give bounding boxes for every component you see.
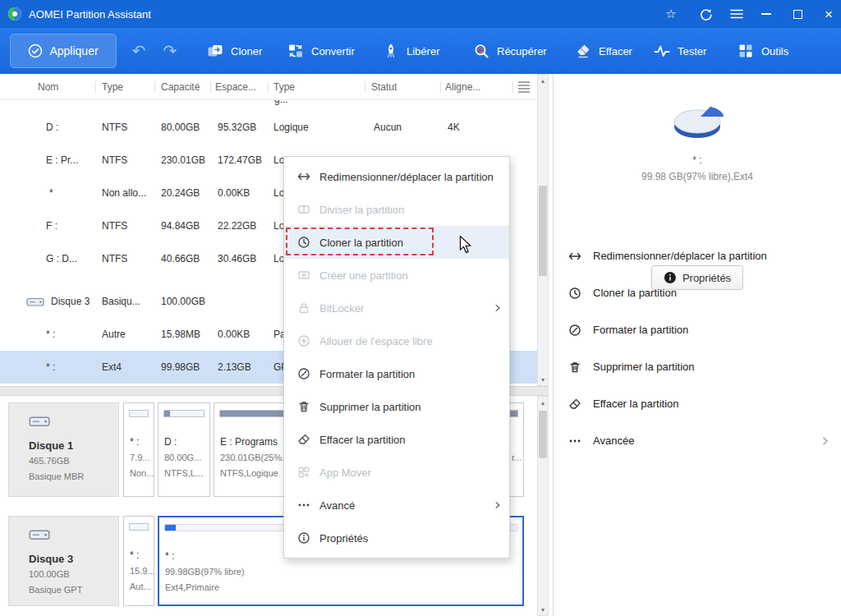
context-menu: Redimensionner/déplacer la partition Div… bbox=[283, 156, 510, 559]
column-menu-icon[interactable] bbox=[517, 80, 531, 94]
maximize-button[interactable] bbox=[784, 0, 811, 28]
diskmap-scrollbar[interactable]: ▲ ▼ bbox=[537, 396, 549, 616]
usage-bar bbox=[129, 523, 149, 531]
partition-block[interactable]: D : 80.00G... NTFS,L... bbox=[158, 402, 210, 497]
more-dots-icon bbox=[297, 499, 310, 512]
menu-item-proprietes[interactable]: Propriétés bbox=[284, 522, 509, 554]
scroll-up-icon[interactable]: ▲ bbox=[538, 397, 548, 408]
right-panel: * : 99.98 GB(97% libre),Ext4 Propriétés … bbox=[553, 74, 841, 616]
diskmap-scrollbar-thumb[interactable] bbox=[539, 411, 547, 458]
check-circle-icon bbox=[28, 44, 43, 58]
col-statut[interactable]: Statut bbox=[371, 74, 397, 100]
toolbar-clone-button[interactable]: Cloner bbox=[207, 28, 262, 74]
menu-item-avance[interactable]: Avancé bbox=[284, 489, 509, 522]
usage-bar bbox=[129, 410, 149, 417]
submenu-arrow-icon bbox=[493, 500, 503, 510]
app-logo-icon bbox=[7, 7, 22, 21]
test-icon bbox=[654, 43, 670, 59]
window-title: AOMEI Partition Assistant bbox=[29, 8, 151, 21]
app-grid-icon bbox=[297, 466, 310, 479]
table-row[interactable]: D : NTFS 80.00GB 95.32GB Logique Aucun 4… bbox=[0, 111, 537, 144]
allocate-icon bbox=[297, 334, 310, 347]
disk-icon bbox=[29, 526, 50, 543]
main-menu-icon[interactable] bbox=[723, 0, 751, 28]
panel-action-delete[interactable]: Supprimer la partition bbox=[554, 348, 841, 385]
menu-item-supprimer[interactable]: Supprimer la partition bbox=[284, 390, 509, 423]
format-icon bbox=[568, 324, 581, 337]
menu-item-diviser[interactable]: Diviser la partition bbox=[284, 193, 509, 226]
panel-action-format[interactable]: Formater la partition bbox=[554, 311, 841, 348]
disk-icon bbox=[26, 295, 44, 309]
free-up-icon bbox=[383, 43, 399, 59]
col-type[interactable]: Type bbox=[102, 74, 123, 100]
partition-table-header: Nom Type Capacité Espace... Type Statut … bbox=[0, 74, 537, 100]
redo-button[interactable]: ↷ bbox=[156, 28, 184, 74]
col-capacite[interactable]: Capacité bbox=[161, 74, 200, 100]
toolbar-free-up-button[interactable]: Libérer bbox=[383, 28, 439, 74]
info-icon bbox=[297, 531, 310, 545]
titlebar: AOMEI Partition Assistant ☆ × bbox=[0, 0, 841, 28]
apply-label: Appliquer bbox=[49, 44, 98, 57]
eraser-icon bbox=[568, 398, 581, 411]
more-dots-icon bbox=[568, 434, 581, 448]
resize-icon bbox=[568, 250, 581, 263]
partial-row: g... bbox=[0, 100, 537, 111]
menu-item-bitlocker[interactable]: BitLocker bbox=[284, 292, 509, 324]
toolbar-convert-button[interactable]: Convertir bbox=[287, 28, 355, 74]
trash-icon bbox=[297, 400, 310, 413]
apply-button[interactable]: Appliquer bbox=[10, 34, 117, 68]
recover-icon bbox=[473, 43, 489, 59]
menu-item-formater[interactable]: Formater la partition bbox=[284, 357, 509, 390]
disk-info-block[interactable]: Disque 3 100.00GB Basique GPT bbox=[8, 516, 119, 606]
close-button[interactable]: × bbox=[815, 0, 841, 28]
menu-item-cloner[interactable]: Cloner la partition bbox=[284, 226, 509, 259]
undo-button[interactable]: ↶ bbox=[125, 28, 153, 74]
table-scrollbar-thumb[interactable] bbox=[539, 186, 547, 276]
convert-icon bbox=[287, 43, 304, 59]
disk-info-block[interactable]: Disque 1 465.76GB Basique MBR bbox=[8, 402, 119, 497]
col-nom[interactable]: Nom bbox=[38, 74, 58, 100]
menu-item-allouer[interactable]: Allouer de l'espace libre bbox=[284, 324, 509, 357]
format-icon bbox=[297, 367, 310, 380]
menu-item-effacer[interactable]: Effacer la partition bbox=[284, 423, 509, 456]
menu-item-creer[interactable]: Créer une partition bbox=[284, 259, 509, 292]
toolbar-wipe-button[interactable]: Effacer bbox=[575, 28, 632, 74]
split-icon bbox=[297, 203, 310, 216]
clone-icon bbox=[568, 287, 581, 300]
toolbar-test-button[interactable]: Tester bbox=[654, 28, 706, 74]
resize-icon bbox=[297, 170, 310, 183]
menu-item-redimensionner[interactable]: Redimensionner/déplacer la partition bbox=[284, 160, 509, 193]
trash-icon bbox=[568, 361, 581, 374]
tools-icon bbox=[738, 43, 754, 59]
favorite-star-icon[interactable]: ☆ bbox=[657, 0, 685, 28]
usage-bar bbox=[163, 410, 205, 417]
panel-action-clone[interactable]: Cloner la partition bbox=[554, 274, 841, 311]
partition-block[interactable]: * : 15.9... Aut... bbox=[123, 516, 154, 606]
panel-action-advanced[interactable]: Avancée bbox=[554, 422, 841, 459]
menu-item-appmover[interactable]: App Mover bbox=[284, 456, 509, 489]
chevron-right-icon bbox=[820, 435, 831, 447]
selected-partition-info: 99.98 GB(97% libre),Ext4 bbox=[554, 171, 841, 182]
clone-icon bbox=[297, 236, 310, 249]
col-type2[interactable]: Type bbox=[273, 74, 295, 100]
panel-action-wipe[interactable]: Effacer la partition bbox=[554, 385, 841, 422]
minimize-button[interactable] bbox=[752, 0, 780, 28]
wipe-icon bbox=[575, 43, 591, 59]
toolbar-recover-button[interactable]: Récupérer bbox=[473, 28, 547, 74]
lock-icon bbox=[297, 301, 310, 315]
toolbar-tools-button[interactable]: Outils bbox=[738, 28, 788, 74]
col-espace[interactable]: Espace... bbox=[215, 74, 256, 100]
scroll-down-icon[interactable]: ▼ bbox=[538, 374, 548, 385]
selected-partition-name: * : bbox=[554, 154, 841, 166]
col-alignement[interactable]: Aligne... bbox=[445, 74, 480, 100]
create-partition-icon bbox=[297, 269, 310, 282]
toolbar: Appliquer ↶ ↷ Cloner Convertir Libérer R… bbox=[0, 28, 841, 74]
submenu-arrow-icon bbox=[493, 303, 503, 313]
partition-block[interactable]: * : 7.9... Non... bbox=[123, 402, 154, 497]
mouse-cursor bbox=[459, 236, 472, 256]
panel-action-resize[interactable]: Redimensionner/déplacer la partition bbox=[554, 237, 841, 274]
scroll-up-icon[interactable]: ▲ bbox=[538, 75, 548, 86]
scroll-down-icon[interactable]: ▼ bbox=[538, 604, 548, 615]
refresh-icon[interactable] bbox=[692, 0, 719, 28]
table-scrollbar[interactable]: ▲ ▼ bbox=[537, 74, 549, 386]
